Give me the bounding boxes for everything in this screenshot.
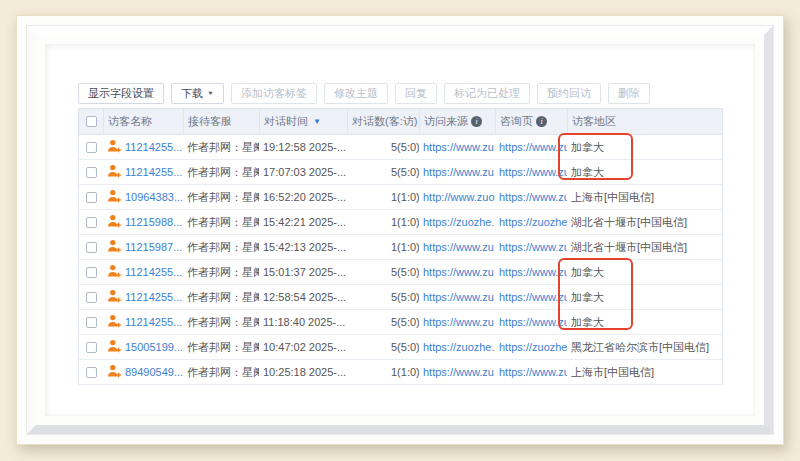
visitor-add-icon — [107, 139, 122, 155]
dialog-count-cell: 1(1:0) — [347, 241, 419, 253]
toolbar-button-6[interactable]: 标记为已处理 — [444, 83, 530, 104]
column-header-page[interactable]: 咨询页i — [495, 109, 567, 134]
time-cell: 11:18:40 2025-... — [259, 316, 347, 328]
visitor-id-link[interactable]: 11215987... — [125, 241, 182, 253]
page-url-link[interactable]: https://zuozhe... — [495, 216, 567, 228]
source-url-link[interactable]: https://www.zu... — [419, 316, 495, 328]
agent-cell: 作者邦网：星阑 — [183, 190, 259, 205]
page-url-link[interactable]: https://www.zu... — [495, 266, 567, 278]
source-url-link[interactable]: https://zuozhe... — [419, 341, 495, 353]
row-checkbox[interactable] — [86, 267, 97, 278]
row-checkbox[interactable] — [86, 242, 97, 253]
toolbar-button-3[interactable]: 添加访客标签 — [231, 83, 317, 104]
source-url-link[interactable]: https://www.zu... — [419, 366, 495, 378]
column-header-region[interactable]: 访客地区 — [567, 109, 722, 134]
toolbar-button-4[interactable]: 修改主题 — [324, 83, 388, 104]
visitor-id-link[interactable]: 10964383... — [125, 191, 183, 203]
time-cell: 15:42:13 2025-... — [259, 241, 347, 253]
column-header-time[interactable]: 对话时间▼ — [259, 109, 347, 134]
agent-cell: 作者邦网：星阑 — [183, 365, 259, 380]
table-row[interactable]: 11214255...作者邦网：星阑11:18:40 2025-...5(5:0… — [79, 310, 722, 335]
source-url-link[interactable]: http://www.zuo... — [419, 191, 495, 203]
page-url-link[interactable]: https://www.zu... — [495, 316, 567, 328]
row-checkbox[interactable] — [86, 142, 97, 153]
page-url-link[interactable]: https://zuozhe... — [495, 341, 567, 353]
source-url-link[interactable]: https://www.zu... — [419, 141, 495, 153]
table-row[interactable]: 11215988...作者邦网：星阑15:42:21 2025-...1(1:0… — [79, 210, 722, 235]
column-header-label: 对话时间 — [264, 114, 308, 129]
table-row[interactable]: 11214255...作者邦网：星阑17:07:03 2025-...5(5:0… — [79, 160, 722, 185]
table-row[interactable]: 11214255...作者邦网：星阑15:01:37 2025-...5(5:0… — [79, 260, 722, 285]
column-header-dialogs[interactable]: 对话数(客:访) — [347, 109, 419, 134]
dialog-count-cell: 5(5:0) — [347, 266, 419, 278]
select-all-checkbox[interactable] — [86, 116, 97, 127]
page-url-link[interactable]: https://www.zu... — [495, 166, 567, 178]
info-icon[interactable]: i — [471, 116, 482, 127]
table-row[interactable]: 10964383...作者邦网：星阑16:52:20 2025-...1(1:0… — [79, 185, 722, 210]
visitor-id-link[interactable]: 11215988... — [125, 216, 182, 228]
visitor-id-link[interactable]: 15005199... — [125, 341, 183, 353]
row-checkbox[interactable] — [86, 167, 97, 178]
chat-records-screenshot: 显示字段设置下载▼添加访客标签修改主题回复标记为已处理预约回访删除 访客名称接待… — [78, 82, 723, 385]
table-row[interactable]: 89490549...作者邦网：星阑10:25:18 2025-...1(1:0… — [79, 360, 722, 385]
dialog-count-cell: 1(1:0) — [347, 216, 419, 228]
visitor-id-link[interactable]: 11214255... — [125, 166, 182, 178]
column-header-label: 访问来源 — [424, 114, 468, 129]
column-header-source[interactable]: 访问来源i — [419, 109, 495, 134]
visitor-add-icon — [107, 214, 122, 230]
table-row[interactable]: 11215987...作者邦网：星阑15:42:13 2025-...1(1:0… — [79, 235, 722, 260]
row-checkbox[interactable] — [86, 342, 97, 353]
page-url-link[interactable]: https://www.zu... — [495, 141, 567, 153]
page-url-link[interactable]: https://www.zu... — [495, 291, 567, 303]
page-url-link[interactable]: https://www.zu... — [495, 366, 567, 378]
row-checkbox[interactable] — [86, 292, 97, 303]
region-cell: 上海市[中国电信] — [567, 365, 722, 380]
source-url-link[interactable]: https://www.zu... — [419, 291, 495, 303]
toolbar-button-1[interactable]: 显示字段设置 — [78, 83, 164, 104]
region-cell: 加拿大 — [567, 140, 722, 155]
row-checkbox[interactable] — [86, 317, 97, 328]
visitor-name-cell: 11214255... — [103, 314, 183, 330]
region-cell: 黑龙江省哈尔滨市[中国电信] — [567, 340, 722, 355]
column-header-agent[interactable]: 接待客服 — [183, 109, 259, 134]
visitor-id-link[interactable]: 11214255... — [125, 316, 182, 328]
info-icon[interactable]: i — [536, 116, 547, 127]
source-url-link[interactable]: https://www.zu... — [419, 266, 495, 278]
visitor-name-cell: 11214255... — [103, 164, 183, 180]
source-url-link[interactable]: https://www.zu... — [419, 241, 495, 253]
row-checkbox[interactable] — [86, 217, 97, 228]
page-url-link[interactable]: https://www.zu... — [495, 191, 567, 203]
visitor-name-cell: 11215988... — [103, 214, 183, 230]
column-header-label: 访客地区 — [572, 114, 616, 129]
visitor-id-link[interactable]: 11214255... — [125, 291, 182, 303]
page-url-link[interactable]: https://www.zu... — [495, 241, 567, 253]
time-cell: 12:58:54 2025-... — [259, 291, 347, 303]
visitor-id-link[interactable]: 89490549... — [125, 366, 183, 378]
column-header-label: 对话数(客:访) — [352, 114, 417, 129]
dialog-count-cell: 1(1:0) — [347, 366, 419, 378]
visitor-id-link[interactable]: 11214255... — [125, 266, 182, 278]
sort-desc-icon[interactable]: ▼ — [313, 117, 321, 126]
row-checkbox-cell — [79, 142, 103, 153]
row-checkbox-cell — [79, 242, 103, 253]
table-row[interactable]: 11214255...作者邦网：星阑12:58:54 2025-...5(5:0… — [79, 285, 722, 310]
column-header-visitor_id[interactable]: 访客名称 — [103, 109, 183, 134]
region-cell: 湖北省十堰市[中国电信] — [567, 240, 722, 255]
toolbar-button-7[interactable]: 预约回访 — [537, 83, 601, 104]
table-row[interactable]: 15005199...作者邦网：星阑10:47:02 2025-...5(5:0… — [79, 335, 722, 360]
table-row[interactable]: 11214255...作者邦网：星阑19:12:58 2025-...5(5:0… — [79, 135, 722, 160]
toolbar-button-2[interactable]: 下载▼ — [171, 83, 224, 104]
visitor-add-icon — [107, 264, 122, 280]
toolbar-button-8[interactable]: 删除 — [608, 83, 650, 104]
visitor-id-link[interactable]: 11214255... — [125, 141, 182, 153]
source-url-link[interactable]: https://zuozhe... — [419, 216, 495, 228]
visitor-name-cell: 11214255... — [103, 264, 183, 280]
visitor-add-icon — [107, 289, 122, 305]
agent-cell: 作者邦网：星阑 — [183, 265, 259, 280]
row-checkbox[interactable] — [86, 367, 97, 378]
source-url-link[interactable]: https://www.zu... — [419, 166, 495, 178]
toolbar-button-5[interactable]: 回复 — [395, 83, 437, 104]
visitor-name-cell: 11215987... — [103, 239, 183, 255]
dialog-count-cell: 1(1:0) — [347, 191, 419, 203]
row-checkbox[interactable] — [86, 192, 97, 203]
